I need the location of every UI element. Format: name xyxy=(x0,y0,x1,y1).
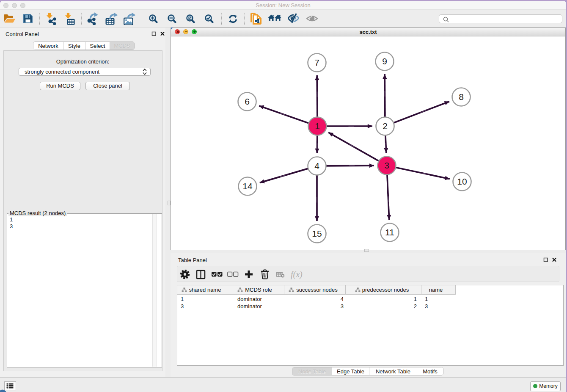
svg-text:3: 3 xyxy=(384,160,389,170)
svg-text:10: 10 xyxy=(457,177,467,186)
svg-text:4: 4 xyxy=(314,161,319,171)
svg-text:1: 1 xyxy=(315,121,320,131)
svg-text:7: 7 xyxy=(314,58,319,67)
svg-text:6: 6 xyxy=(245,97,250,106)
svg-text:11: 11 xyxy=(385,227,394,237)
svg-text:9: 9 xyxy=(382,56,387,66)
svg-text:14: 14 xyxy=(242,181,253,191)
svg-text:f(x): f(x) xyxy=(291,270,303,279)
svg-text:8: 8 xyxy=(459,92,464,102)
svg-text:2: 2 xyxy=(383,121,388,131)
svg-text:15: 15 xyxy=(312,229,322,238)
